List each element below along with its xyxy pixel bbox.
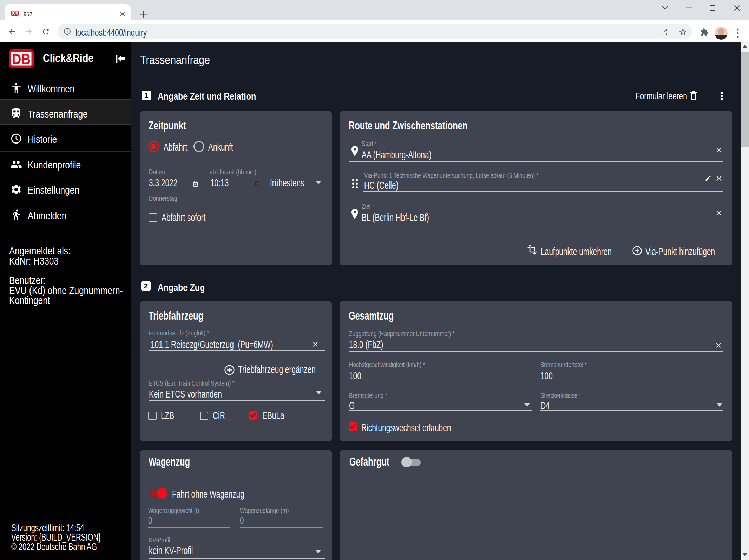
svg-text:DB: DB — [12, 51, 31, 67]
svg-text:DB: DB — [12, 11, 18, 16]
